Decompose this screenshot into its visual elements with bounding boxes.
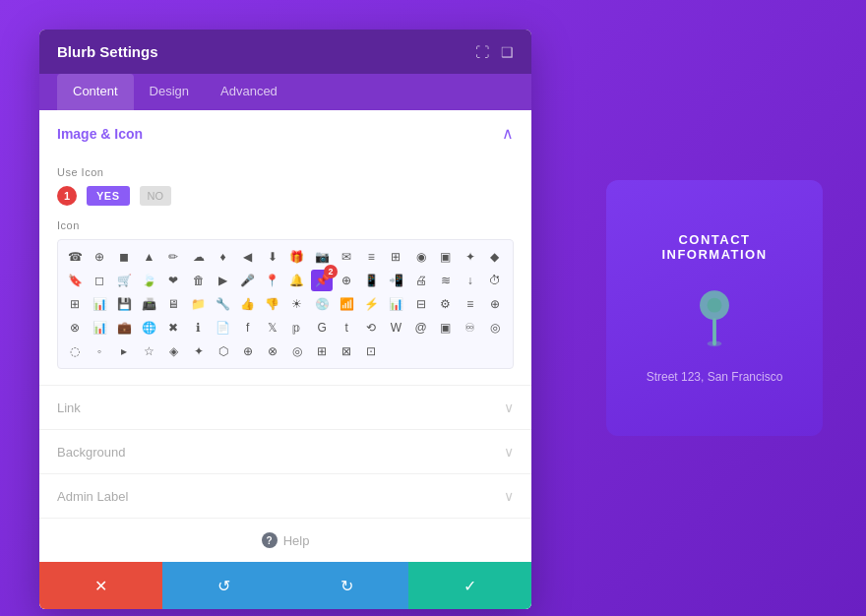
icon-cell[interactable]: ✏ bbox=[162, 246, 184, 268]
icon-cell[interactable]: ≋ bbox=[435, 270, 457, 291]
icon-cell[interactable]: G bbox=[311, 317, 333, 339]
icon-cell[interactable]: 📊 bbox=[385, 293, 406, 315]
icon-cell[interactable]: 👎 bbox=[262, 293, 283, 315]
icon-cell[interactable]: ✦ bbox=[188, 340, 210, 362]
icon-cell[interactable]: 🖥 bbox=[162, 293, 184, 315]
icon-cell[interactable]: W bbox=[385, 317, 406, 339]
icon-cell[interactable]: f bbox=[237, 317, 259, 339]
icon-cell[interactable]: ◻ bbox=[89, 270, 110, 291]
icon-cell[interactable]: ☁ bbox=[188, 246, 210, 268]
icon-cell[interactable]: ⊕ bbox=[89, 246, 110, 268]
icon-cell[interactable]: 📠 bbox=[138, 293, 159, 315]
maximize-icon[interactable]: ⛶ bbox=[475, 44, 489, 60]
icon-cell[interactable]: @ bbox=[410, 317, 432, 339]
icon-cell[interactable]: ◆ bbox=[484, 246, 506, 268]
icon-cell[interactable]: 𝕡 bbox=[286, 317, 308, 339]
icon-cell[interactable]: ♦ bbox=[213, 246, 234, 268]
icon-cell[interactable]: ✖ bbox=[162, 317, 184, 339]
icon-cell[interactable]: ◉ bbox=[410, 246, 432, 268]
icon-cell[interactable]: 🍃 bbox=[138, 270, 159, 291]
icon-cell[interactable]: 🔔 bbox=[286, 270, 308, 291]
icon-cell[interactable]: 🖨 bbox=[410, 270, 432, 291]
icon-cell[interactable]: ⊞ bbox=[311, 340, 333, 362]
icon-cell[interactable]: ⚙ bbox=[435, 293, 457, 315]
icon-cell[interactable]: ≡ bbox=[360, 246, 382, 268]
save-button[interactable]: ✓ bbox=[408, 562, 531, 609]
icon-cell[interactable]: ☆ bbox=[138, 340, 159, 362]
icon-cell[interactable]: 🛒 bbox=[113, 270, 135, 291]
icon-cell[interactable]: 💿 bbox=[311, 293, 333, 315]
icon-cell[interactable]: t bbox=[336, 317, 357, 339]
admin-label-section[interactable]: Admin Label ∨ bbox=[39, 474, 531, 519]
toggle-no-button[interactable]: NO bbox=[140, 186, 172, 206]
cancel-button[interactable]: ✕ bbox=[39, 562, 162, 609]
icon-cell[interactable]: 📊 bbox=[89, 293, 110, 315]
icon-cell[interactable]: 🎤 bbox=[237, 270, 259, 291]
icon-cell[interactable]: ◌ bbox=[64, 340, 86, 362]
icon-cell[interactable]: ☀ bbox=[286, 293, 308, 315]
icon-cell[interactable]: 🔧 bbox=[213, 293, 234, 315]
icon-cell[interactable]: 📶 bbox=[336, 293, 357, 315]
icon-cell[interactable]: ◎ bbox=[484, 317, 506, 339]
icon-cell[interactable]: 📱 bbox=[360, 270, 382, 291]
help-label[interactable]: Help bbox=[283, 533, 310, 548]
icon-cell[interactable]: ▣ bbox=[435, 246, 457, 268]
icon-cell[interactable]: 📲 bbox=[385, 270, 406, 291]
icon-cell[interactable]: 📁 bbox=[188, 293, 210, 315]
icon-cell[interactable]: ⟲ bbox=[360, 317, 382, 339]
help-icon[interactable]: ? bbox=[262, 532, 278, 548]
icon-cell[interactable]: ▲ bbox=[138, 246, 159, 268]
icon-cell[interactable]: 👍 bbox=[237, 293, 259, 315]
icon-cell[interactable]: ⊠ bbox=[336, 340, 357, 362]
icon-cell[interactable]: ⬇ bbox=[262, 246, 283, 268]
icon-cell[interactable]: 📄 bbox=[213, 317, 234, 339]
icon-cell[interactable]: 🌐 bbox=[138, 317, 159, 339]
tab-design[interactable]: Design bbox=[134, 74, 205, 110]
icon-cell[interactable]: 📍 bbox=[262, 270, 283, 291]
icon-cell[interactable]: ◈ bbox=[162, 340, 184, 362]
icon-cell[interactable]: ⚡ bbox=[360, 293, 382, 315]
icon-cell[interactable]: ⊡ bbox=[360, 340, 382, 362]
icon-cell[interactable]: 🗑 bbox=[188, 270, 210, 291]
image-icon-header[interactable]: Image & Icon ∧ bbox=[39, 110, 531, 156]
icon-cell[interactable]: 🔖 bbox=[64, 270, 86, 291]
icon-cell[interactable]: 𝕏 bbox=[262, 317, 283, 339]
toggle-yes-button[interactable]: YES bbox=[87, 186, 130, 206]
icon-cell[interactable]: ℹ bbox=[188, 317, 210, 339]
icon-cell[interactable]: ▶ bbox=[213, 270, 234, 291]
close-icon[interactable]: ❑ bbox=[501, 44, 514, 60]
tab-advanced[interactable]: Advanced bbox=[205, 74, 293, 110]
icon-cell[interactable]: ◀ bbox=[237, 246, 259, 268]
icon-cell[interactable]: ✦ bbox=[460, 246, 481, 268]
icon-cell[interactable]: ⊕ bbox=[237, 340, 259, 362]
icon-cell[interactable]: ◦ bbox=[89, 340, 110, 362]
icon-cell[interactable]: ☎ bbox=[64, 246, 86, 268]
icon-cell[interactable]: ⊕ bbox=[484, 293, 506, 315]
icon-cell[interactable]: ◎ bbox=[286, 340, 308, 362]
icon-cell[interactable]: ◼ bbox=[113, 246, 135, 268]
icon-cell[interactable]: ⊕ bbox=[336, 270, 357, 291]
icon-cell[interactable]: ♾ bbox=[460, 317, 481, 339]
icon-cell[interactable]: ⊗ bbox=[64, 317, 86, 339]
icon-cell[interactable]: ≡ bbox=[460, 293, 481, 315]
icon-cell[interactable]: 📊 bbox=[89, 317, 110, 339]
icon-cell[interactable]: ▸ bbox=[113, 340, 135, 362]
undo-button[interactable]: ↺ bbox=[162, 562, 285, 609]
icon-cell[interactable]: ⊟ bbox=[410, 293, 432, 315]
icon-cell[interactable]: ❤ bbox=[162, 270, 184, 291]
link-section[interactable]: Link ∨ bbox=[39, 386, 531, 430]
icon-cell[interactable]: 🎁 bbox=[286, 246, 308, 268]
icon-thumbtack[interactable]: 📌 2 bbox=[311, 270, 333, 291]
icon-cell[interactable]: ✉ bbox=[336, 246, 357, 268]
icon-cell[interactable]: ↓ bbox=[460, 270, 481, 291]
icon-cell[interactable]: ⊞ bbox=[64, 293, 86, 315]
background-section[interactable]: Background ∨ bbox=[39, 430, 531, 474]
icon-cell[interactable]: ▣ bbox=[435, 317, 457, 339]
icon-cell[interactable]: ⬡ bbox=[213, 340, 234, 362]
icon-cell[interactable]: 💾 bbox=[113, 293, 135, 315]
icon-cell[interactable]: ⏱ bbox=[484, 270, 506, 291]
icon-cell[interactable]: 💼 bbox=[113, 317, 135, 339]
icon-cell[interactable]: ⊗ bbox=[262, 340, 283, 362]
redo-button[interactable]: ↻ bbox=[285, 562, 408, 609]
tab-content[interactable]: Content bbox=[57, 74, 134, 110]
